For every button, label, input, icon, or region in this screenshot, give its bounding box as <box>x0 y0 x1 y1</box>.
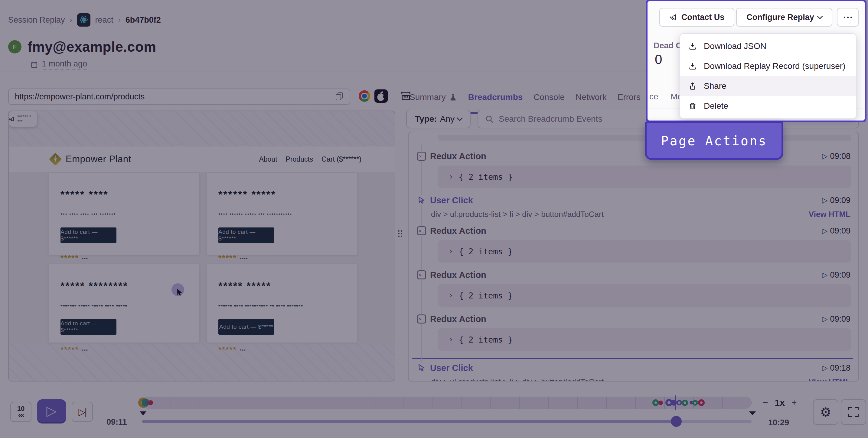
chevron-down-icon <box>817 13 823 19</box>
menu-item-label: Share <box>704 81 726 91</box>
menu-item-download-replay-record-superuser[interactable]: Download Replay Record (superuser) <box>680 56 856 76</box>
ellipsis-icon <box>844 16 852 18</box>
menu-item-label: Download JSON <box>704 41 766 51</box>
menu-item-share[interactable]: Share <box>680 76 856 96</box>
tab-fragment: ce <box>649 92 658 101</box>
contact-us-label: Contact Us <box>681 13 725 22</box>
tour-highlight-region: Contact Us Configure Replay Dead C 0 ceM… <box>646 0 867 122</box>
page-actions-menu: Download JSONDownload Replay Record (sup… <box>680 33 857 119</box>
tour-tooltip: Page Actions <box>645 122 783 160</box>
tour-tooltip-label: Page Actions <box>661 134 767 148</box>
menu-item-label: Download Replay Record (superuser) <box>704 61 845 71</box>
download-icon <box>688 62 697 71</box>
configure-replay-label: Configure Replay <box>746 13 814 22</box>
menu-item-download-json[interactable]: Download JSON <box>680 36 856 56</box>
share-icon <box>688 81 697 91</box>
more-actions-button[interactable] <box>837 8 859 27</box>
configure-replay-button[interactable]: Configure Replay <box>736 8 832 27</box>
menu-item-delete[interactable]: Delete <box>680 96 856 116</box>
menu-item-label: Delete <box>704 101 728 111</box>
contact-us-button[interactable]: Contact Us <box>659 8 734 27</box>
session-replay-page: Session Replay › react › 6b47b0f2 F fmy@… <box>0 0 868 438</box>
dead-clicks-label: Dead C <box>654 41 682 50</box>
download-icon <box>688 42 697 51</box>
dead-clicks-value: 0 <box>655 52 662 67</box>
trash-icon <box>688 101 697 110</box>
